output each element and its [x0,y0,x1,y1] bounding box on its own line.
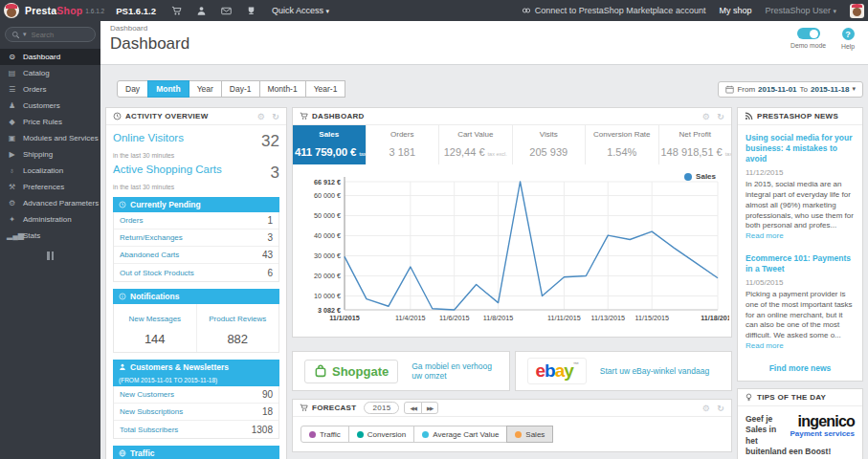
demo-mode-toggle[interactable] [797,28,820,39]
gear-icon[interactable]: ⚙ [702,112,710,121]
find-more-news-link[interactable]: Find more news [746,363,855,373]
next-year-button[interactable]: ▶▶ [421,402,438,414]
svg-text:66 912 €: 66 912 € [314,178,341,186]
trophy-icon[interactable] [246,6,256,16]
panel-title: PRESTASHOP NEWS [757,112,838,120]
abandoned-carts-link[interactable]: Abandoned Carts [120,251,179,259]
sidebar-item-shipping[interactable]: ▶Shipping [0,146,100,163]
shopgate-promo: Shopgate Ga mobiel en verhoog uw omzet [292,351,510,391]
gear-icon[interactable]: ⚙ [257,112,265,121]
search-input[interactable] [30,30,79,40]
avatar[interactable] [850,4,864,18]
online-visitors-link[interactable]: Online Visitors [113,132,184,151]
svg-text:11/11/2015: 11/11/2015 [547,314,581,322]
activity-overview-panel: ACTIVITY OVERVIEW ⚙↻ Online Visitors32 i… [105,107,287,459]
news-article-title[interactable]: Using social media for your business: 4 … [746,133,855,164]
prestashop-logo-icon[interactable] [4,3,19,18]
refresh-icon[interactable]: ↻ [717,404,724,413]
activity-icon [113,112,122,120]
table-row: New Subscriptions18 [114,404,278,421]
news-article-title[interactable]: Ecommerce 101: Payments in a Tweet [746,253,855,274]
read-more-link[interactable]: Read more [746,341,784,350]
forecast-year[interactable]: 2015 [364,402,399,414]
svg-text:30 000 €: 30 000 € [314,251,341,260]
sidebar-item-price-rules[interactable]: ◆Price Rules [0,114,100,130]
my-shop-link[interactable]: My shop [719,6,751,15]
user-icon [119,363,126,371]
legend-conversion-button[interactable]: Conversion [348,426,414,443]
sales-line-chart[interactable]: 3 082 €10 000 €20 000 €30 000 €40 000 €5… [297,170,729,325]
range-month-button[interactable]: Month [147,80,189,98]
gauge-icon: ⊙ [7,53,17,61]
kpi-net-profit[interactable]: Net Profit148 918,51 € tax excl. [659,125,732,164]
cart-icon[interactable] [171,6,182,16]
svg-text:60 000 €: 60 000 € [314,191,341,200]
kpi-orders[interactable]: Orders3 181 [367,125,440,164]
lightbulb-icon [745,393,753,402]
sidebar-item-administration[interactable]: ✦Administration [0,211,100,228]
breadcrumb[interactable]: Dashboard [110,24,858,33]
legend-avg-cart-value-button[interactable]: Average Cart Value [413,426,507,443]
sidebar-collapse-button[interactable] [45,251,56,260]
legend-label: Sales [696,172,716,181]
marketplace-link[interactable]: Connect to PrestaShop Marketplace accoun… [522,6,706,15]
sidebar-item-advanced-parameters[interactable]: ⚙Advanced Parameters [0,195,100,211]
chevron-down-icon[interactable]: ▾ [23,31,27,38]
total-subscribers-link[interactable]: Total Subscribers [120,426,178,434]
sidebar-item-dashboard[interactable]: ⊙Dashboard [0,49,100,65]
panel-title: DASHBOARD [312,112,365,120]
out-of-stock-link[interactable]: Out of Stock Products [120,269,194,277]
quick-access-menu[interactable]: Quick Access ▾ [272,6,329,15]
sidebar: ▾ ⊙Dashboard ▤Catalog ☰Orders ♟Customers… [0,21,100,459]
product-reviews-link[interactable]: Product Reviews [209,315,266,323]
info-icon [119,293,126,300]
messages-icon[interactable] [221,6,232,16]
shopgate-link[interactable]: Ga mobiel en verhoog uw omzet [412,361,497,381]
kpi-sales[interactable]: Sales411 759,00 € tax excl. [293,125,367,164]
new-subscriptions-link[interactable]: New Subscriptions [120,407,183,416]
news-article-date: 11/12/2015 [746,168,855,177]
ebay-link[interactable]: Start uw eBay-winkel vandaag [600,366,709,376]
sidebar-search[interactable]: ▾ [5,27,96,42]
user-menu[interactable]: PrestaShop User ▾ [765,6,836,15]
help-icon[interactable]: ? [842,28,855,40]
range-year-button[interactable]: Year [189,80,222,98]
range-month-1-button[interactable]: Month-1 [259,80,306,98]
sidebar-item-customers[interactable]: ♟Customers [0,98,100,114]
sidebar-item-stats[interactable]: ▂▄▆Stats [0,228,100,244]
svg-text:11/18/2015: 11/18/2015 [701,314,729,322]
refresh-icon[interactable]: ↻ [272,112,279,121]
link-icon [522,6,531,15]
kpi-visits[interactable]: Visits205 939 [513,125,587,164]
range-year-1-button[interactable]: Year-1 [305,80,346,98]
range-day-button[interactable]: Day [117,80,148,98]
gear-icon[interactable]: ⚙ [702,404,710,413]
kpi-cart-value[interactable]: Cart Value129,44 € tax excl. [439,125,513,164]
customers-icon[interactable] [196,6,207,16]
new-messages-link[interactable]: New Messages [128,315,181,323]
date-range-picker[interactable]: From2015-11-01 To2015-11-18 ▾ [718,81,863,98]
header-right: Demo mode ? Help [790,28,855,50]
sidebar-item-orders[interactable]: ☰Orders [0,81,100,98]
prev-year-button[interactable]: ◀◀ [404,402,421,414]
kpi-conversion-rate[interactable]: Conversion Rate1.54% [586,125,659,164]
orders-link[interactable]: Orders [120,216,143,225]
sidebar-item-modules[interactable]: ▣Modules and Services [0,130,100,146]
active-carts-link[interactable]: Active Shopping Carts [113,164,222,183]
date-to: 2015-11-18 [811,85,849,94]
book-icon: ▤ [7,69,17,77]
refresh-icon[interactable]: ↻ [717,112,724,121]
sidebar-item-preferences[interactable]: ⚒Preferences [0,179,100,195]
sidebar-item-catalog[interactable]: ▤Catalog [0,65,100,81]
shopping-bag-icon [314,364,327,378]
returns-link[interactable]: Return/Exchanges [120,233,183,242]
read-more-link[interactable]: Read more [746,231,784,240]
wrench-icon: ⚒ [7,183,17,191]
currently-pending-header: Currently Pending [113,197,279,212]
legend-sales-button[interactable]: Sales [506,426,553,443]
new-customers-link[interactable]: New Customers [120,390,174,399]
chart-legend: Sales [684,172,716,181]
sidebar-item-localization[interactable]: ♁Localization [0,163,100,179]
legend-traffic-button[interactable]: Traffic [300,426,349,443]
range-day-1-button[interactable]: Day-1 [221,80,260,98]
